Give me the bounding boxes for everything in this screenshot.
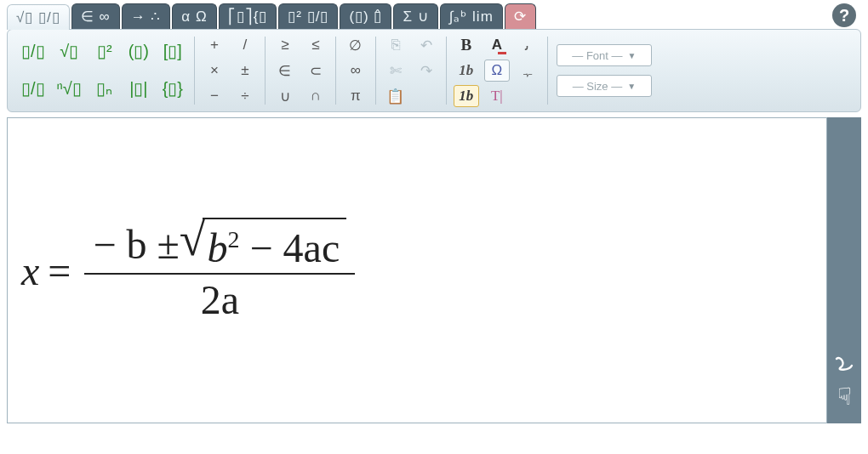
group-format: B 1b 1b A Ω T| ﯨ ﮩ	[448, 33, 545, 108]
btn-textcolor[interactable]: A	[484, 34, 510, 56]
eq-lhs: x	[21, 247, 39, 294]
btn-empty2	[515, 85, 540, 107]
tab-sets[interactable]: ∈ ∞	[71, 3, 120, 29]
group-font-size: — Font —▼ — Size —▼	[550, 33, 652, 108]
btn-intersect[interactable]: ∩	[303, 85, 328, 107]
btn-brackets[interactable]: [▯]	[158, 35, 187, 67]
btn-divide[interactable]: ÷	[232, 85, 258, 107]
ink-stroke-icon	[834, 354, 854, 383]
btn-pi[interactable]: π	[343, 85, 368, 107]
btn-style-selected[interactable]: 1b	[454, 85, 479, 107]
eq-fraction: − b ± √ b2 − 4ac	[84, 216, 355, 325]
btn-fraction-slash[interactable]: ▯/▯	[18, 72, 49, 105]
help-button[interactable]: ?	[832, 3, 856, 27]
btn-braces[interactable]: {▯}	[158, 72, 187, 105]
pointer-hand-icon: ☟	[837, 383, 852, 411]
group-operators: + × − / ± ÷	[197, 33, 263, 108]
tab-templates[interactable]: √▯ ▯/▯	[7, 4, 70, 30]
eq-relation: =	[48, 247, 71, 294]
equation-editor: √▯ ▯/▯ ∈ ∞ → ∴ α Ω ⎡▯⎤{▯ ▯² ▯/▯ (▯) ▯̂ Σ…	[0, 0, 868, 454]
font-combo[interactable]: — Font —▼	[557, 44, 652, 66]
work-area: x = − b ± √ b2 − 4ac	[7, 117, 861, 423]
group-relations: ≥ ∈ ∪ ≤ ⊂ ∩	[267, 33, 334, 108]
eq-numerator: − b ± √ b2 − 4ac	[84, 216, 355, 273]
btn-cut[interactable]: ✄	[383, 60, 408, 82]
group-clipboard: ⎘ ✄ 📋 ↶ ↷	[378, 33, 444, 108]
btn-abs[interactable]: |▯|	[124, 72, 153, 105]
btn-rtl2[interactable]: ﮩ	[515, 60, 540, 82]
group-templates: ▯/▯ ▯/▯ √▯ ⁿ√▯ ▯² ▯ₙ (▯) |▯| [▯] {▯}	[13, 33, 192, 108]
btn-undo[interactable]: ↶	[414, 34, 439, 56]
tab-row: √▯ ▯/▯ ∈ ∞ → ∴ α Ω ⎡▯⎤{▯ ▯² ▯/▯ (▯) ▯̂ Σ…	[0, 0, 868, 29]
btn-redo[interactable]: ↷	[414, 60, 439, 82]
btn-union[interactable]: ∪	[272, 85, 298, 107]
size-combo[interactable]: — Size —▼	[557, 75, 652, 97]
group-constants: ∅ ∞ π	[338, 33, 374, 108]
btn-emptyset[interactable]: ∅	[343, 34, 368, 56]
btn-superscript[interactable]: ▯²	[90, 35, 119, 67]
btn-plus[interactable]: +	[202, 34, 227, 56]
tab-bigops[interactable]: Σ ∪	[393, 3, 437, 29]
btn-plusminus[interactable]: ±	[232, 60, 258, 82]
eq-sqrt: √ b2 − 4ac	[180, 218, 346, 271]
equation: x = − b ± √ b2 − 4ac	[21, 216, 355, 325]
btn-minus[interactable]: −	[202, 85, 227, 107]
tab-greek[interactable]: α Ω	[172, 3, 216, 29]
btn-paste[interactable]: 📋	[383, 85, 408, 107]
tab-fences[interactable]: ⎡▯⎤{▯	[219, 3, 277, 29]
ribbon-toolbar: ▯/▯ ▯/▯ √▯ ⁿ√▯ ▯² ▯ₙ (▯) |▯| [▯] {▯} + ×…	[7, 29, 861, 112]
btn-subscript[interactable]: ▯ₙ	[90, 72, 119, 105]
btn-geq[interactable]: ≥	[272, 34, 298, 56]
eq-num-left: − b ±	[93, 221, 179, 268]
btn-copy[interactable]: ⎘	[383, 34, 408, 56]
tab-arrows[interactable]: → ∴	[122, 3, 171, 29]
btn-leq[interactable]: ≤	[303, 34, 328, 56]
tab-record[interactable]: ⟳	[505, 3, 536, 29]
btn-parens[interactable]: (▯)	[124, 35, 153, 67]
btn-times[interactable]: ×	[202, 60, 227, 82]
btn-bold[interactable]: B	[454, 34, 479, 56]
tab-accents[interactable]: (▯) ▯̂	[340, 3, 391, 29]
btn-nthroot[interactable]: ⁿ√▯	[54, 72, 85, 105]
eq-denominator: 2a	[192, 275, 248, 325]
btn-fraction[interactable]: ▯/▯	[18, 35, 49, 67]
btn-italic[interactable]: 1b	[454, 60, 479, 82]
btn-charmap[interactable]: Ω	[484, 60, 510, 82]
tab-calculus[interactable]: ∫ₐᵇ lim	[440, 3, 503, 29]
btn-slash[interactable]: /	[232, 34, 258, 56]
btn-sqrt[interactable]: √▯	[54, 35, 85, 67]
btn-subset[interactable]: ⊂	[303, 60, 328, 82]
eq-radicand: b2 − 4ac	[203, 219, 347, 271]
btn-elementof[interactable]: ∈	[272, 60, 298, 82]
ink-sidebar[interactable]: ☟	[827, 117, 861, 423]
tab-scripts[interactable]: ▯² ▯/▯	[278, 3, 338, 29]
btn-empty1	[414, 85, 439, 107]
btn-textcursor[interactable]: T|	[484, 85, 510, 107]
btn-rtl1[interactable]: ﯨ	[515, 34, 540, 56]
equation-canvas[interactable]: x = − b ± √ b2 − 4ac	[7, 117, 827, 423]
btn-infinity[interactable]: ∞	[343, 60, 368, 82]
